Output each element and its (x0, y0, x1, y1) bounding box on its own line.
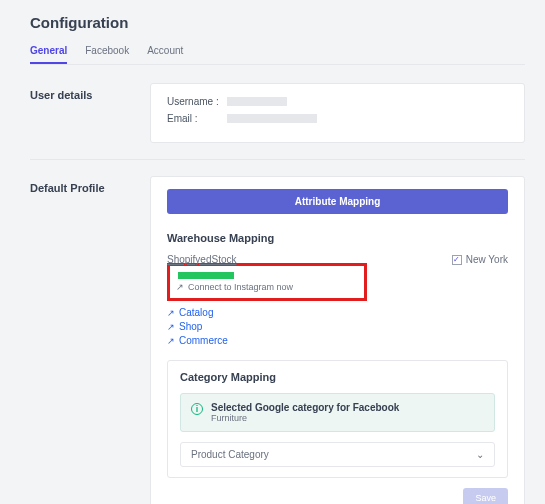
external-link-icon: ↗ (167, 308, 175, 318)
connect-instagram-link[interactable]: ↗ Connect to Instagram now (176, 282, 358, 292)
save-button[interactable]: Save (463, 488, 508, 504)
warehouse-mapping-title: Warehouse Mapping (167, 232, 508, 244)
warehouse-checkbox-label: New York (466, 254, 508, 265)
warehouse-left-label: ShopifyedStock (167, 254, 237, 265)
product-category-select[interactable]: Product Category ⌄ (180, 442, 495, 467)
select-caret-icon: ⌄ (476, 449, 484, 460)
link-catalog[interactable]: ↗ Catalog (167, 307, 508, 318)
selected-category-value: Furniture (211, 413, 399, 423)
tab-account[interactable]: Account (147, 45, 183, 64)
user-details-card: Username : Email : (150, 83, 525, 143)
highlight-box: ↗ Connect to Instagram now (167, 263, 367, 301)
status-strip (178, 272, 234, 279)
selected-category-box: i Selected Google category for Facebook … (180, 393, 495, 432)
category-mapping-title: Category Mapping (180, 371, 495, 383)
external-link-icon: ↗ (167, 336, 175, 346)
user-details-section: User details Username : Email : (30, 83, 525, 143)
product-category-label: Product Category (191, 449, 269, 460)
default-profile-section: Default Profile Attribute Mapping Wareho… (30, 176, 525, 504)
link-commerce[interactable]: ↗ Commerce (167, 335, 508, 346)
profile-card: Attribute Mapping Warehouse Mapping Shop… (150, 176, 525, 504)
checkbox-icon: ✓ (452, 255, 462, 265)
external-link-icon: ↗ (176, 282, 184, 292)
selected-category-title: Selected Google category for Facebook (211, 402, 399, 413)
email-value-redacted (227, 114, 317, 123)
external-link-icon: ↗ (167, 322, 175, 332)
default-profile-label: Default Profile (30, 176, 150, 504)
user-details-label: User details (30, 83, 150, 143)
tab-facebook[interactable]: Facebook (85, 45, 129, 64)
section-divider (30, 159, 525, 160)
tab-general[interactable]: General (30, 45, 67, 64)
info-icon: i (191, 403, 203, 415)
attribute-mapping-button[interactable]: Attribute Mapping (167, 189, 508, 214)
category-mapping-card: Category Mapping i Selected Google categ… (167, 360, 508, 478)
link-shop[interactable]: ↗ Shop (167, 321, 508, 332)
email-label: Email : (167, 113, 227, 124)
warehouse-checkbox-row[interactable]: ✓ New York (452, 254, 508, 265)
page-title: Configuration (30, 14, 525, 31)
warehouse-link-list: ↗ Catalog ↗ Shop ↗ Commerce (167, 307, 508, 346)
username-label: Username : (167, 96, 227, 107)
username-value-redacted (227, 97, 287, 106)
tabs: General Facebook Account (30, 45, 525, 65)
